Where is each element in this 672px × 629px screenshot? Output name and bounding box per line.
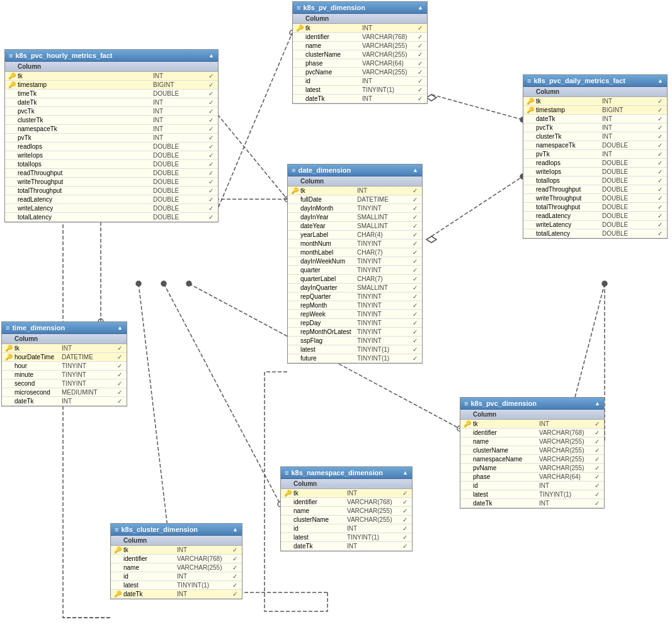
table-row: totalLatencyDOUBLE✓	[523, 229, 667, 238]
table-k8s-pv-dimension: ≡k8s_pv_dimension ▲ Column 🔑tkINT✓ ident…	[292, 1, 428, 104]
col-header-daily: Column	[523, 87, 667, 97]
table-row: readLatencyDOUBLE✓	[523, 212, 667, 221]
table-row: dateTkINT✓	[281, 542, 412, 551]
table-row: dayInWeekNumTINYINT✓	[288, 257, 422, 266]
table-row: readThroughputDOUBLE✓	[5, 169, 218, 178]
key-icon: 🔑	[4, 345, 13, 352]
table-row: 🔑tkINT✓	[523, 97, 667, 106]
table-row: writeIopsDOUBLE✓	[523, 168, 667, 176]
table-row: identifierVARCHAR(768)✓	[293, 33, 427, 42]
table-row: repQuarterTINYINT✓	[288, 292, 422, 301]
table-row: 🔑tkINT✓	[111, 546, 242, 555]
table-date-dimension: ≡date_dimension ▲ Column 🔑tkINT✓ fullDat…	[287, 164, 423, 364]
table-row: dateTkINT✓	[293, 95, 427, 103]
col-header-hourly: Column	[5, 62, 218, 72]
table-row: namespaceTkDOUBLE✓	[523, 141, 667, 150]
table-row: latestTINYINT(1)✓	[460, 490, 604, 499]
svg-line-0	[214, 33, 292, 217]
table-row: 🔑timestampBIGINT✓	[5, 81, 218, 89]
key-icon: 🔑	[8, 72, 16, 79]
svg-line-4	[164, 284, 280, 504]
table-header-k8s-pv-dimension[interactable]: ≡k8s_pv_dimension ▲	[293, 2, 427, 14]
svg-line-6	[431, 95, 523, 120]
svg-point-21	[161, 281, 166, 286]
table-row: phaseVARCHAR(64)✓	[460, 473, 604, 482]
table-row: totalLatencyDOUBLE✓	[5, 213, 218, 222]
table-row: phaseVARCHAR(64)✓	[293, 59, 427, 68]
table-header-pvc-dim[interactable]: ≡k8s_pvc_dimension ▲	[460, 398, 604, 410]
table-row: clusterNameVARCHAR(255)✓	[281, 516, 412, 524]
table-row: idINT✓	[460, 482, 604, 490]
db-canvas: ≡k8s_pv_dimension ▲ Column 🔑tkINT✓ ident…	[0, 0, 672, 629]
table-header-time[interactable]: ≡time_dimension ▲	[2, 322, 127, 334]
table-row: identifierVARCHAR(768)✓	[281, 498, 412, 507]
table-row: hourTINYINT✓	[2, 362, 127, 371]
table-row: 🔑tkINT✓	[281, 489, 412, 498]
table-row: dateTkINT✓	[2, 397, 127, 406]
table-row: yearLabelCHAR(4)✓	[288, 231, 422, 239]
table-row: futureTINYINT(1)✓	[288, 354, 422, 363]
table-row: 🔑hourDateTimeDATETIME✓	[2, 353, 127, 362]
table-row: 🔑tkINT✓	[293, 24, 427, 33]
key-icon: 🔑	[526, 107, 535, 113]
table-row: dayInYearSMALLINT✓	[288, 213, 422, 222]
table-row: readIopsDOUBLE✓	[5, 142, 218, 151]
svg-point-22	[186, 281, 191, 286]
table-header-date[interactable]: ≡date_dimension ▲	[288, 164, 422, 176]
table-header-cluster[interactable]: ≡k8s_cluster_dimension ▲	[111, 524, 242, 536]
table-row: repDayTINYINT✓	[288, 319, 422, 328]
table-row: sspFlagTINYINT✓	[288, 337, 422, 345]
col-header-cluster: Column	[111, 536, 242, 546]
table-row: clusterNameVARCHAR(255)✓	[293, 50, 427, 59]
table-row: totalIopsDOUBLE✓	[5, 160, 218, 169]
key-icon: 🔑	[283, 490, 292, 497]
key-icon: 🔑	[463, 420, 472, 427]
svg-line-7	[431, 176, 523, 236]
table-row: repWeekTINYINT✓	[288, 310, 422, 319]
table-row: dateYearSMALLINT✓	[288, 222, 422, 231]
table-header-hourly[interactable]: ≡k8s_pvc_hourly_metrics_fact ▲	[5, 50, 218, 62]
table-row: clusterTkINT✓	[5, 116, 218, 125]
table-header-namespace[interactable]: ≡k8s_namespace_dimension ▲	[281, 467, 412, 479]
table-k8s-pvc-dimension: ≡k8s_pvc_dimension ▲ Column 🔑tkINT✓ iden…	[460, 397, 605, 509]
table-row: identifierVARCHAR(768)✓	[111, 555, 242, 563]
table-row: writeLatencyDOUBLE✓	[523, 221, 667, 229]
table-row: latestTINYINT(1)✓	[293, 86, 427, 95]
table-row: writeThroughputDOUBLE✓	[523, 194, 667, 203]
key-icon: 🔑	[526, 98, 535, 105]
table-row: minuteTINYINT✓	[2, 371, 127, 379]
table-row: pvcTkINT✓	[523, 124, 667, 132]
col-header-namespace: Column	[281, 479, 412, 489]
table-k8s-pvc-hourly-metrics-fact: ≡k8s_pvc_hourly_metrics_fact ▲ Column 🔑t…	[4, 49, 219, 222]
table-k8s-pvc-daily-metrics-fact: ≡k8s_pvc_daily_metrics_fact ▲ Column 🔑tk…	[523, 74, 668, 239]
table-row: readIopsDOUBLE✓	[523, 159, 667, 168]
key-icon: 🔑	[295, 25, 304, 32]
table-row: pvTkINT✓	[5, 134, 218, 142]
table-row: quarterLabelCHAR(7)✓	[288, 275, 422, 284]
table-row: pvcTkINT✓	[5, 107, 218, 116]
table-row: pvcNameVARCHAR(255)✓	[293, 68, 427, 77]
key-icon: 🔑	[4, 354, 13, 361]
table-row: idINT✓	[293, 77, 427, 86]
table-row: dateTkINT✓	[460, 499, 604, 508]
table-row: latestTINYINT(1)✓	[281, 533, 412, 542]
table-row: dateTkINT✓	[523, 115, 667, 124]
table-row: quarterTINYINT✓	[288, 266, 422, 275]
col-header-pvc-dim: Column	[460, 410, 604, 420]
key-icon: 🔑	[113, 546, 122, 553]
table-row: pvNameVARCHAR(255)✓	[460, 464, 604, 473]
table-row: dayInMonthTINYINT✓	[288, 204, 422, 213]
table-row: pvTkINT✓	[523, 150, 667, 159]
table-row: 🔑tkINT✓	[2, 344, 127, 353]
table-k8s-cluster-dimension: ≡k8s_cluster_dimension ▲ Column 🔑tkINT✓ …	[110, 523, 242, 599]
table-row: dayInQuarterSMALLINT✓	[288, 284, 422, 292]
table-row: repMonthOrLatestTINYINT✓	[288, 328, 422, 337]
svg-line-1	[214, 110, 287, 199]
table-row: fullDateDATETIME✓	[288, 195, 422, 204]
table-row: latestTINYINT(1)✓	[111, 581, 242, 590]
table-row: writeIopsDOUBLE✓	[5, 151, 218, 160]
table-row: 🔑tkINT✓	[288, 187, 422, 195]
table-row: monthLabelCHAR(7)✓	[288, 248, 422, 257]
table-header-daily[interactable]: ≡k8s_pvc_daily_metrics_fact ▲	[523, 75, 667, 87]
table-k8s-namespace-dimension: ≡k8s_namespace_dimension ▲ Column 🔑tkINT…	[280, 466, 413, 551]
